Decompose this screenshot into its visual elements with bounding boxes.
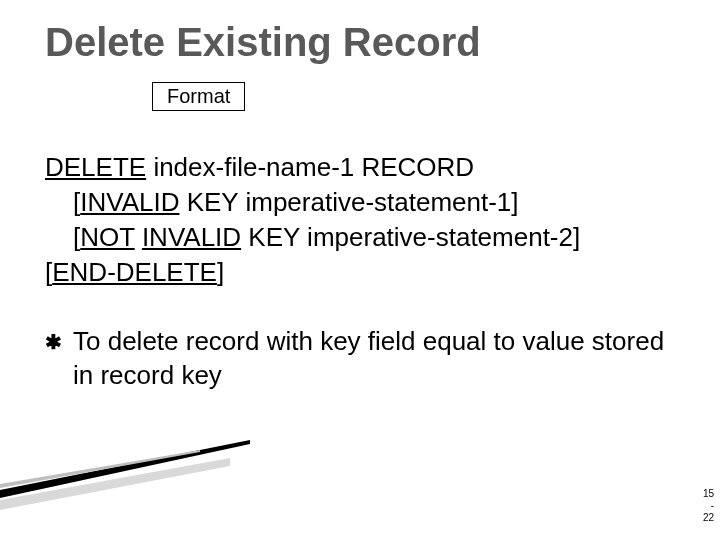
slide-decoration bbox=[0, 440, 260, 510]
slide: Delete Existing Record Format DELETE ind… bbox=[0, 0, 720, 540]
keyword-invalid: INVALID bbox=[142, 222, 241, 252]
syntax-text: KEY imperative-statement-2] bbox=[241, 222, 580, 252]
bullet-glyph-icon: ✱ bbox=[45, 325, 73, 355]
page-number: 15 - 22 bbox=[703, 488, 714, 524]
svg-marker-0 bbox=[0, 440, 250, 498]
syntax-text: KEY imperative-statement-1] bbox=[179, 187, 518, 217]
syntax-indent: [NOT INVALID KEY imperative-statement-2] bbox=[45, 220, 580, 255]
svg-marker-2 bbox=[0, 450, 200, 488]
syntax-line-2: [INVALID KEY imperative-statement-1] bbox=[45, 185, 580, 220]
page-number-page: 22 bbox=[703, 512, 714, 524]
syntax-indent: [INVALID KEY imperative-statement-1] bbox=[45, 185, 519, 220]
syntax-line-3: [NOT INVALID KEY imperative-statement-2] bbox=[45, 220, 580, 255]
slide-title: Delete Existing Record bbox=[45, 20, 481, 65]
syntax-block: DELETE index-file-name-1 RECORD [INVALID… bbox=[45, 150, 580, 290]
syntax-text: index-file-name-1 RECORD bbox=[146, 152, 474, 182]
bullet-item: ✱ To delete record with key field equal … bbox=[45, 325, 675, 393]
syntax-line-4: [END-DELETE] bbox=[45, 255, 580, 290]
page-number-dash: - bbox=[703, 500, 714, 512]
svg-marker-1 bbox=[0, 458, 230, 510]
space bbox=[135, 222, 142, 252]
syntax-line-1: DELETE index-file-name-1 RECORD bbox=[45, 150, 580, 185]
page-number-chapter: 15 bbox=[703, 488, 714, 500]
bullet-text: To delete record with key field equal to… bbox=[73, 325, 675, 393]
keyword-delete: DELETE bbox=[45, 152, 146, 182]
format-box: Format bbox=[152, 82, 245, 111]
keyword-end-delete: END-DELETE bbox=[52, 257, 217, 287]
keyword-not: NOT bbox=[80, 222, 134, 252]
bracket-close: ] bbox=[217, 257, 224, 287]
keyword-invalid: INVALID bbox=[80, 187, 179, 217]
